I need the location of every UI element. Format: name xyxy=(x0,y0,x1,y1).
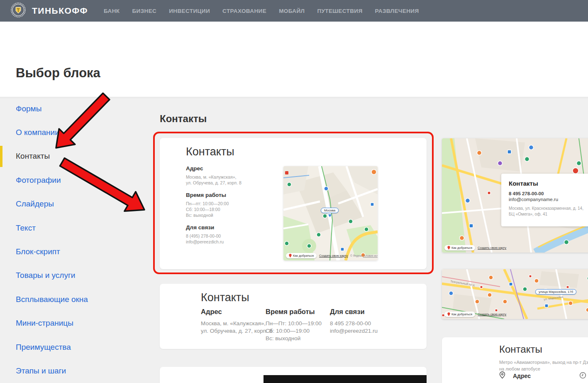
column-line: Вс: выходной xyxy=(266,335,322,342)
address-label: Адрес xyxy=(186,165,279,172)
app-header: Генератор продаж Сайты Проекты Контакты … xyxy=(0,22,588,50)
column-label: Для связи xyxy=(330,308,378,316)
sidebar-item-label: Текст xyxy=(16,223,36,233)
red-pin-icon xyxy=(447,312,450,316)
map-balloon-address[interactable]: улица Маросейка, 17б xyxy=(535,289,576,295)
preview-title: Контакты xyxy=(499,344,542,355)
yandex-copyright: © Яндекс xyxy=(350,254,362,257)
address-line: Москва, м. «Калужская», xyxy=(186,174,279,180)
map-balloon-moscow[interactable]: Москва xyxy=(321,208,339,213)
sidebar-item-about[interactable]: О компании xyxy=(0,120,149,144)
topnav-item-bank[interactable]: БАНК xyxy=(104,8,120,14)
sidebar-item-label: Формы xyxy=(16,104,41,113)
sidebar-item-steps[interactable]: Этапы и шаги xyxy=(0,359,149,383)
block-preview-contacts-columns[interactable]: Контакты Адрес Москва, м. «Калужская», у… xyxy=(160,284,427,349)
sidebar-item-advantages[interactable]: Преимущества xyxy=(0,335,149,359)
preview-description: Метро «Авиамоторная», выход на пр-т Дзер… xyxy=(499,359,588,372)
column-line: info@pereezd21.ru xyxy=(330,327,378,335)
overlay-address-line: БЦ «Омега», оф. 41 xyxy=(509,211,588,217)
address-row: Адрес xyxy=(499,371,586,381)
topnav-item-insurance[interactable]: СТРАХОВАНИЕ xyxy=(222,8,266,14)
overlay-email: info@companyname.ru xyxy=(509,197,588,202)
block-preview-contacts-map[interactable]: Контакты Адрес Москва, м. «Калужская», у… xyxy=(160,138,427,269)
hours-line: Сб: 10:00—18:00 xyxy=(186,206,279,212)
sidebar-item-label: Этапы и шаги xyxy=(16,366,66,376)
sidebar-item-contacts[interactable]: Контакты xyxy=(0,145,149,168)
column-label: Время работы xyxy=(266,308,322,316)
column-line: 8 495 278-00-00 xyxy=(330,320,378,327)
sidebar-item-label: Преимущества xyxy=(16,343,71,352)
sidebar-item-label: Блок-скрипт xyxy=(16,247,60,256)
column-line: Москва, м. «Калужская», xyxy=(201,320,272,327)
topnav-item-business[interactable]: БИЗНЕС xyxy=(132,8,156,14)
hours-label: Время работы xyxy=(186,192,279,198)
map-create-link[interactable]: Создать свою карту xyxy=(478,246,506,250)
active-marker xyxy=(0,146,2,167)
column-hours: Время работы Пн—Пт: 10:00—19:00 Сб: 10:0… xyxy=(266,308,322,342)
topnav-item-entertainment[interactable]: РАЗВЛЕЧЕНИЯ xyxy=(375,8,419,14)
contact-label: Для связи xyxy=(186,224,279,231)
red-pin-icon xyxy=(447,246,450,250)
preview-title: Контакты xyxy=(201,291,249,304)
sidebar-item-sliders[interactable]: Слайдеры xyxy=(0,192,149,216)
overlay-phone: 8 495 278-00-00 xyxy=(509,191,588,196)
email-line: info@pereezdich.ru xyxy=(186,239,279,245)
sidebar-item-block-script[interactable]: Блок-скрипт xyxy=(0,240,149,263)
sidebar-item-label: Мини-страницы xyxy=(16,319,73,328)
preview-title: Контакты xyxy=(186,145,234,158)
topnav-item-travel[interactable]: ПУТЕШЕСТВИЯ xyxy=(317,8,362,14)
map-directions-label: Как добраться xyxy=(451,246,472,250)
map-directions-label: Как добраться xyxy=(451,312,472,316)
topnav-item-investments[interactable]: ИНВЕСТИЦИИ xyxy=(169,8,210,14)
map-illustration xyxy=(283,166,378,260)
sidebar-item-label: Слайдеры xyxy=(16,199,54,209)
block-preview-map-wide[interactable]: Театральный пр-д ул. Маросейка улица Мар… xyxy=(442,269,588,319)
page-title: Выбор блока xyxy=(16,66,100,81)
phone-line: 8 (495) 278-00-00 xyxy=(186,233,279,239)
tinkoff-crest-icon xyxy=(10,2,26,20)
section-title: Контакты xyxy=(160,113,207,125)
address-line: ул. Обручева, д. 27, корп. 8 xyxy=(186,180,279,186)
column-line: Сб: 10:00—19:00 xyxy=(266,327,322,335)
map-controls: Как добраться Создать свою карту © Яндек… xyxy=(286,253,375,258)
hours-group: Время работы Пн—пт: 10:00—20:00 Сб: 10:0… xyxy=(186,192,279,218)
map-contact-overlay: Контакты 8 495 278-00-00 info@companynam… xyxy=(501,174,588,226)
description-line: Метро «Авиамоторная», выход на пр-т Дзер… xyxy=(499,359,588,366)
topnav-links: БАНК БИЗНЕС ИНВЕСТИЦИИ СТРАХОВАНИЕ МОБАЙ… xyxy=(104,8,419,14)
overlay-address-line: Москва, ул. Красноказарменная, д. 14, xyxy=(509,206,588,211)
red-pin-icon xyxy=(289,254,292,258)
map-create-link[interactable]: Создать свою карту xyxy=(319,254,348,258)
block-preview-contact-details[interactable]: Контакты Метро «Авиамоторная», выход на … xyxy=(442,337,588,383)
block-preview-map-overlay[interactable]: Контакты 8 495 278-00-00 info@companynam… xyxy=(442,138,588,253)
map-directions-button[interactable]: Как добраться xyxy=(444,312,475,317)
map-controls: Как добраться Создать свою карту xyxy=(444,312,588,317)
column-label: Адрес xyxy=(201,308,272,316)
map-directions-label: Как добраться xyxy=(293,254,314,258)
sidebar-item-label: О компании xyxy=(16,128,59,137)
block-preview-partial[interactable] xyxy=(160,367,427,383)
sidebar-item-products-services[interactable]: Товары и услуги xyxy=(0,264,149,287)
sidebar-item-forms[interactable]: Формы xyxy=(0,97,149,120)
contact-group: Для связи 8 (495) 278-00-00 info@pereezd… xyxy=(186,224,279,245)
map-copyright: © Яндекс Условия использования xyxy=(350,254,378,257)
map-directions-button[interactable]: Как добраться xyxy=(286,253,317,258)
address-group: Адрес Москва, м. «Калужская», ул. Обруче… xyxy=(186,165,279,186)
sidebar-item-popups[interactable]: Всплывающие окна xyxy=(0,287,149,311)
sidebar-item-text[interactable]: Текст xyxy=(0,216,149,240)
location-pin-icon xyxy=(499,371,505,381)
sidebar-item-mini-pages[interactable]: Мини-страницы xyxy=(0,312,149,335)
tinkoff-brand[interactable]: ТИНЬКОФФ xyxy=(10,2,88,20)
brand-name[interactable]: ТИНЬКОФФ xyxy=(32,6,88,16)
topnav-item-mobile[interactable]: МОБАЙЛ xyxy=(279,8,305,14)
map-directions-button[interactable]: Как добраться xyxy=(444,245,475,250)
terms-link[interactable]: Условия использования xyxy=(363,254,378,257)
sidebar-item-label: Контакты xyxy=(16,152,50,161)
page-title-strip: Выбор блока xyxy=(0,50,588,97)
map-create-link[interactable]: Создать свою карту xyxy=(478,312,506,316)
overlay-title: Контакты xyxy=(509,180,588,187)
hours-line: Вс: выходной xyxy=(186,212,279,218)
balloon-pin xyxy=(328,214,332,219)
column-line: ул. Обручева, д. 27, корп. 8 xyxy=(201,327,272,335)
sidebar-item-photos[interactable]: Фотографии xyxy=(0,168,149,192)
top-navbar: ТИНЬКОФФ БАНК БИЗНЕС ИНВЕСТИЦИИ СТРАХОВА… xyxy=(0,0,588,22)
